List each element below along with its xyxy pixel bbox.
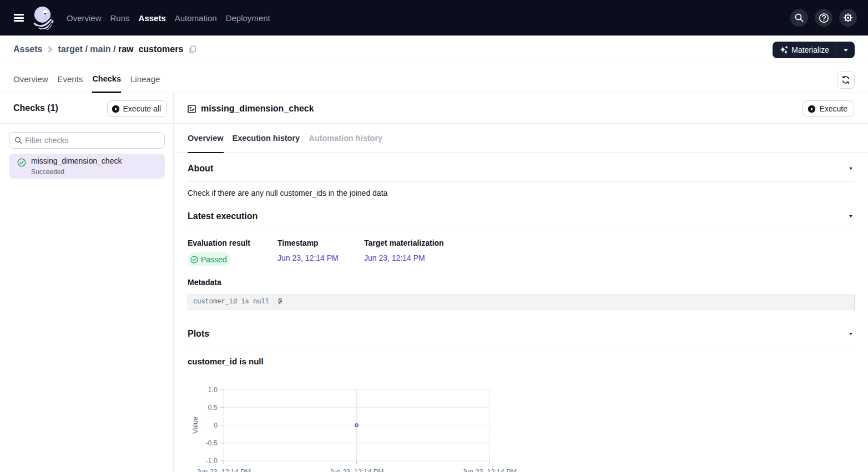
svg-text:0: 0 — [214, 422, 218, 429]
svg-text:-0.5: -0.5 — [205, 439, 218, 447]
svg-text:-1.0: -1.0 — [205, 457, 218, 465]
svg-text:Jun 23, 12:14 PM: Jun 23, 12:14 PM — [330, 468, 384, 472]
svg-text:1.0: 1.0 — [208, 387, 218, 394]
svg-text:Jun 23, 12:14 PM: Jun 23, 12:14 PM — [462, 468, 517, 472]
svg-text:0.5: 0.5 — [208, 404, 218, 412]
svg-text:Jun 23, 12:14 PM: Jun 23, 12:14 PM — [196, 468, 251, 472]
svg-text:Value: Value — [191, 417, 199, 434]
